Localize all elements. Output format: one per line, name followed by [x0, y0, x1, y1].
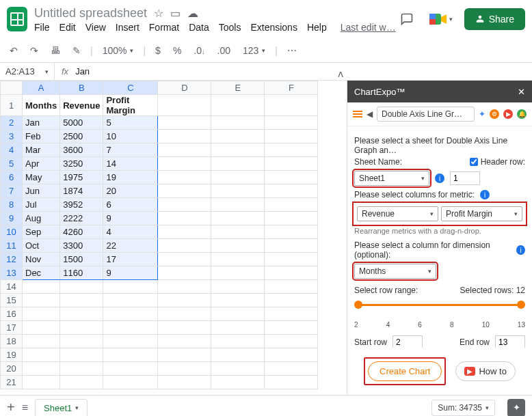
header-row-checkbox[interactable]: [470, 158, 478, 166]
cell[interactable]: [265, 130, 318, 143]
cell[interactable]: [158, 307, 211, 321]
cell[interactable]: [211, 376, 265, 389]
row-header[interactable]: 21: [1, 376, 23, 389]
cell[interactable]: [23, 294, 60, 307]
cell[interactable]: [23, 335, 60, 348]
cell[interactable]: [211, 130, 265, 143]
col-header-F[interactable]: F: [265, 81, 318, 95]
cell[interactable]: [158, 225, 211, 239]
share-button[interactable]: Share: [464, 8, 525, 30]
row-header[interactable]: 9: [1, 212, 23, 225]
menu-edit[interactable]: Edit: [59, 22, 76, 33]
cell[interactable]: 5000: [60, 116, 103, 130]
cell[interactable]: [158, 171, 211, 184]
cell[interactable]: 1975: [60, 171, 103, 184]
decrease-decimal[interactable]: .0↓: [191, 43, 207, 58]
cell[interactable]: [60, 335, 103, 348]
cell[interactable]: [265, 95, 318, 116]
cell[interactable]: [158, 321, 211, 335]
menu-data[interactable]: Data: [189, 22, 209, 33]
cell[interactable]: [265, 143, 318, 157]
row-header[interactable]: 7: [1, 184, 23, 198]
cell[interactable]: 4260: [60, 225, 103, 239]
cell[interactable]: Nov: [23, 253, 60, 266]
cell[interactable]: 19: [103, 171, 158, 184]
cell[interactable]: [158, 280, 211, 294]
print-icon[interactable]: 🖶: [48, 43, 63, 58]
menu-extensions[interactable]: Extensions: [250, 22, 297, 33]
col-header-B[interactable]: B: [60, 81, 103, 95]
cell[interactable]: [158, 212, 211, 225]
cell[interactable]: 1874: [60, 184, 103, 198]
magic-icon[interactable]: ✦: [479, 109, 486, 119]
cell[interactable]: [60, 294, 103, 307]
row-header[interactable]: 13: [1, 266, 23, 280]
menu-format[interactable]: Format: [149, 22, 179, 33]
cell[interactable]: [211, 335, 265, 348]
cell[interactable]: [60, 348, 103, 362]
cell[interactable]: [60, 376, 103, 389]
cell[interactable]: [103, 376, 158, 389]
increase-decimal[interactable]: .00: [215, 43, 233, 58]
row-header[interactable]: 19: [1, 348, 23, 362]
cell[interactable]: [60, 321, 103, 335]
row-header[interactable]: 11: [1, 239, 23, 253]
cell[interactable]: 2500: [60, 130, 103, 143]
cell[interactable]: 7: [103, 143, 158, 157]
chart-type-select[interactable]: Double Axis Line Gr…: [377, 107, 475, 122]
cell[interactable]: 3600: [60, 143, 103, 157]
row-header[interactable]: 4: [1, 143, 23, 157]
cell[interactable]: [265, 307, 318, 321]
cell[interactable]: [158, 253, 211, 266]
star-icon[interactable]: ☆: [154, 7, 163, 20]
row-header[interactable]: 17: [1, 321, 23, 335]
cell[interactable]: [265, 266, 318, 280]
cell[interactable]: [103, 307, 158, 321]
menu-tools[interactable]: Tools: [219, 22, 241, 33]
cell[interactable]: Profit Margin: [103, 95, 158, 116]
cell[interactable]: [211, 212, 265, 225]
row-header[interactable]: 10: [1, 225, 23, 239]
cell[interactable]: [158, 130, 211, 143]
cell[interactable]: [265, 335, 318, 348]
cell[interactable]: 1160: [60, 266, 103, 280]
cell[interactable]: [211, 321, 265, 335]
menu-file[interactable]: File: [34, 22, 50, 33]
cell[interactable]: [211, 184, 265, 198]
cell[interactable]: [103, 335, 158, 348]
cell[interactable]: 14: [103, 157, 158, 171]
row-header[interactable]: 16: [1, 307, 23, 321]
cell[interactable]: [103, 362, 158, 376]
cell[interactable]: Jan: [23, 116, 60, 130]
cloud-status-icon[interactable]: ☁: [187, 7, 198, 20]
row-header[interactable]: 3: [1, 130, 23, 143]
cell[interactable]: [158, 143, 211, 157]
collapse-panel-icon[interactable]: ʌ: [338, 68, 343, 79]
how-to-button[interactable]: ▶How to: [455, 361, 515, 381]
cell[interactable]: Apr: [23, 157, 60, 171]
cell[interactable]: [158, 335, 211, 348]
cell[interactable]: Sep: [23, 225, 60, 239]
row-header[interactable]: 20: [1, 362, 23, 376]
row-header[interactable]: 5: [1, 157, 23, 171]
row-header[interactable]: 18: [1, 335, 23, 348]
cell[interactable]: 3250: [60, 157, 103, 171]
cell[interactable]: [211, 198, 265, 212]
cell[interactable]: [158, 266, 211, 280]
cell[interactable]: 9: [103, 266, 158, 280]
cell[interactable]: [265, 321, 318, 335]
cell[interactable]: [211, 294, 265, 307]
all-sheets-icon[interactable]: ≡: [22, 402, 28, 414]
cell[interactable]: [158, 376, 211, 389]
cell[interactable]: [265, 253, 318, 266]
cell[interactable]: [265, 362, 318, 376]
cell[interactable]: [265, 157, 318, 171]
cell[interactable]: [158, 294, 211, 307]
explore-button[interactable]: ✦: [507, 399, 525, 417]
cell[interactable]: Mar: [23, 143, 60, 157]
document-title[interactable]: Untitled spreadsheet: [34, 6, 147, 20]
cell[interactable]: [158, 239, 211, 253]
cell[interactable]: [265, 348, 318, 362]
cell[interactable]: [103, 321, 158, 335]
cell[interactable]: [23, 376, 60, 389]
